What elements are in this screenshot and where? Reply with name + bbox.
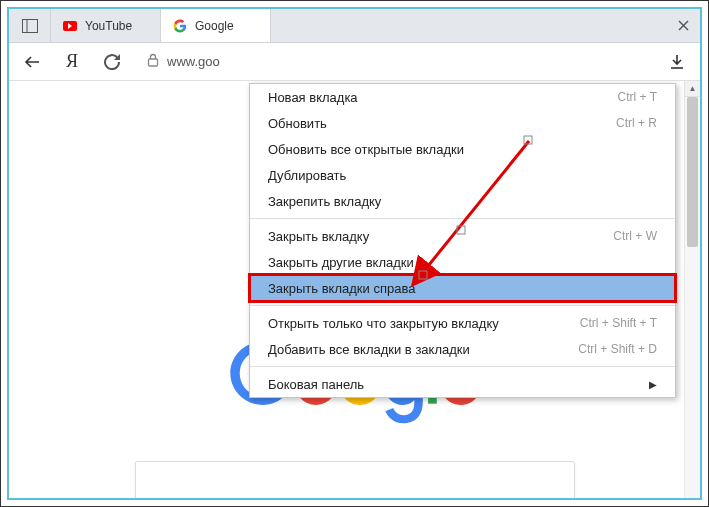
google-search-input[interactable] bbox=[135, 461, 575, 498]
scroll-up-button[interactable]: ▲ bbox=[684, 81, 700, 97]
svg-rect-0 bbox=[22, 19, 37, 32]
arrow-left-icon bbox=[24, 55, 40, 69]
scrollbar-thumb[interactable] bbox=[687, 97, 698, 247]
menu-reload[interactable]: Обновить Ctrl + R bbox=[250, 110, 675, 136]
tab-context-menu: Новая вкладка Ctrl + T Обновить Ctrl + R… bbox=[249, 83, 676, 398]
yandex-home-button[interactable]: Я bbox=[59, 49, 85, 75]
url-text: www.goo bbox=[167, 54, 220, 69]
menu-close-others[interactable]: Закрыть другие вкладки bbox=[250, 249, 675, 275]
toolbar: Я www.goo bbox=[9, 43, 700, 81]
window-close-button[interactable] bbox=[666, 9, 700, 42]
google-favicon-icon bbox=[173, 19, 187, 33]
download-icon bbox=[670, 54, 684, 70]
menu-pin[interactable]: Закрепить вкладку bbox=[250, 188, 675, 214]
vertical-scrollbar[interactable] bbox=[684, 97, 700, 498]
tab-strip: YouTube Google bbox=[9, 9, 700, 43]
menu-close-tab[interactable]: Закрыть вкладку Ctrl + W bbox=[250, 223, 675, 249]
menu-duplicate[interactable]: Дублировать bbox=[250, 162, 675, 188]
back-button[interactable] bbox=[19, 49, 45, 75]
page-content: ▲ Новая вкладка Ctrl + T Обновить Ctrl +… bbox=[9, 81, 700, 498]
youtube-icon bbox=[63, 19, 77, 33]
menu-reload-all[interactable]: Обновить все открытые вкладки bbox=[250, 136, 675, 162]
tab-label: YouTube bbox=[85, 19, 132, 33]
svg-rect-4 bbox=[149, 59, 158, 66]
downloads-button[interactable] bbox=[664, 49, 690, 75]
menu-new-tab[interactable]: Новая вкладка Ctrl + T bbox=[250, 84, 675, 110]
close-icon bbox=[678, 20, 689, 31]
menu-reopen-closed[interactable]: Открыть только что закрытую вкладку Ctrl… bbox=[250, 310, 675, 336]
lock-icon bbox=[147, 53, 159, 70]
reload-button[interactable] bbox=[99, 49, 125, 75]
reload-icon bbox=[104, 54, 120, 70]
tab-label: Google bbox=[195, 19, 234, 33]
panel-icon bbox=[22, 19, 38, 33]
panel-toggle[interactable] bbox=[9, 9, 51, 42]
chevron-right-icon: ▶ bbox=[649, 379, 657, 390]
menu-separator bbox=[250, 305, 675, 306]
menu-separator bbox=[250, 218, 675, 219]
browser-window: YouTube Google Я bbox=[7, 7, 702, 500]
menu-bookmark-all[interactable]: Добавить все вкладки в закладки Ctrl + S… bbox=[250, 336, 675, 362]
menu-separator bbox=[250, 366, 675, 367]
menu-close-right[interactable]: Закрыть вкладки справа bbox=[250, 275, 675, 301]
tab-youtube[interactable]: YouTube bbox=[51, 9, 161, 42]
menu-sidepanel[interactable]: Боковая панель ▶ bbox=[250, 371, 675, 397]
tab-google[interactable]: Google bbox=[161, 9, 271, 42]
address-bar[interactable]: www.goo bbox=[139, 48, 650, 76]
